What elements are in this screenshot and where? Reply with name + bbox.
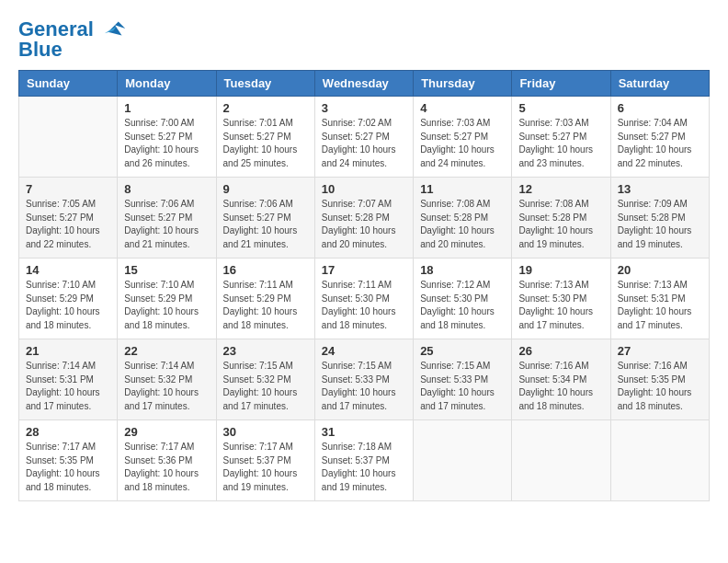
day-number: 31 — [322, 425, 406, 439]
weekday-header-sunday: Sunday — [19, 71, 118, 97]
logo-bird-icon — [101, 15, 129, 42]
day-number: 3 — [322, 101, 406, 115]
calendar-week-1: 1Sunrise: 7:00 AMSunset: 5:27 PMDaylight… — [19, 97, 710, 178]
day-number: 1 — [124, 101, 209, 115]
weekday-header-row: SundayMondayTuesdayWednesdayThursdayFrid… — [19, 71, 710, 97]
day-number: 15 — [124, 263, 209, 277]
day-info: Sunrise: 7:06 AMSunset: 5:27 PMDaylight:… — [124, 198, 209, 251]
calendar-cell — [512, 420, 610, 501]
day-info: Sunrise: 7:13 AMSunset: 5:31 PMDaylight:… — [618, 279, 702, 332]
day-info: Sunrise: 7:13 AMSunset: 5:30 PMDaylight:… — [518, 279, 603, 332]
page-header: General Blue — [18, 18, 710, 61]
calendar-cell: 29Sunrise: 7:17 AMSunset: 5:36 PMDayligh… — [118, 420, 216, 501]
calendar-cell: 19Sunrise: 7:13 AMSunset: 5:30 PMDayligh… — [512, 259, 610, 339]
day-number: 23 — [223, 344, 308, 358]
calendar-cell: 2Sunrise: 7:01 AMSunset: 5:27 PMDaylight… — [216, 97, 314, 178]
calendar-cell: 6Sunrise: 7:04 AMSunset: 5:27 PMDaylight… — [610, 97, 709, 178]
day-info: Sunrise: 7:18 AMSunset: 5:37 PMDaylight:… — [322, 441, 406, 494]
day-info: Sunrise: 7:11 AMSunset: 5:29 PMDaylight:… — [223, 279, 308, 332]
calendar-cell: 25Sunrise: 7:15 AMSunset: 5:33 PMDayligh… — [414, 339, 512, 420]
day-number: 20 — [618, 263, 702, 277]
day-info: Sunrise: 7:02 AMSunset: 5:27 PMDaylight:… — [322, 117, 406, 170]
day-info: Sunrise: 7:03 AMSunset: 5:27 PMDaylight:… — [420, 117, 505, 170]
calendar-cell: 3Sunrise: 7:02 AMSunset: 5:27 PMDaylight… — [314, 97, 413, 178]
calendar-week-5: 28Sunrise: 7:17 AMSunset: 5:35 PMDayligh… — [19, 420, 710, 501]
calendar-week-4: 21Sunrise: 7:14 AMSunset: 5:31 PMDayligh… — [19, 339, 710, 420]
calendar-cell: 7Sunrise: 7:05 AMSunset: 5:27 PMDaylight… — [19, 178, 118, 259]
day-info: Sunrise: 7:17 AMSunset: 5:37 PMDaylight:… — [223, 441, 308, 494]
day-info: Sunrise: 7:10 AMSunset: 5:29 PMDaylight:… — [124, 279, 209, 332]
calendar-cell: 17Sunrise: 7:11 AMSunset: 5:30 PMDayligh… — [314, 259, 413, 339]
day-number: 29 — [124, 425, 209, 439]
day-number: 13 — [618, 182, 702, 196]
calendar-cell: 22Sunrise: 7:14 AMSunset: 5:32 PMDayligh… — [118, 339, 216, 420]
day-info: Sunrise: 7:15 AMSunset: 5:33 PMDaylight:… — [322, 360, 406, 413]
calendar-cell: 23Sunrise: 7:15 AMSunset: 5:32 PMDayligh… — [216, 339, 314, 420]
day-info: Sunrise: 7:16 AMSunset: 5:34 PMDaylight:… — [518, 360, 603, 413]
calendar-cell — [610, 420, 709, 501]
day-number: 19 — [518, 263, 603, 277]
calendar-cell: 31Sunrise: 7:18 AMSunset: 5:37 PMDayligh… — [314, 420, 413, 501]
day-number: 2 — [223, 101, 308, 115]
weekday-header-tuesday: Tuesday — [216, 71, 314, 97]
day-number: 5 — [518, 101, 603, 115]
day-info: Sunrise: 7:11 AMSunset: 5:30 PMDaylight:… — [322, 279, 406, 332]
weekday-header-wednesday: Wednesday — [314, 71, 413, 97]
day-info: Sunrise: 7:15 AMSunset: 5:32 PMDaylight:… — [223, 360, 308, 413]
calendar-cell: 28Sunrise: 7:17 AMSunset: 5:35 PMDayligh… — [19, 420, 118, 501]
day-number: 26 — [518, 344, 603, 358]
calendar-cell: 26Sunrise: 7:16 AMSunset: 5:34 PMDayligh… — [512, 339, 610, 420]
day-info: Sunrise: 7:15 AMSunset: 5:33 PMDaylight:… — [420, 360, 505, 413]
day-info: Sunrise: 7:05 AMSunset: 5:27 PMDaylight:… — [26, 198, 110, 251]
svg-marker-0 — [108, 22, 126, 36]
day-number: 4 — [420, 101, 505, 115]
day-info: Sunrise: 7:14 AMSunset: 5:31 PMDaylight:… — [26, 360, 110, 413]
day-number: 18 — [420, 263, 505, 277]
calendar-cell: 27Sunrise: 7:16 AMSunset: 5:35 PMDayligh… — [610, 339, 709, 420]
calendar-cell: 4Sunrise: 7:03 AMSunset: 5:27 PMDaylight… — [414, 97, 512, 178]
logo: General Blue — [18, 18, 129, 61]
weekday-header-monday: Monday — [118, 71, 216, 97]
calendar-cell: 14Sunrise: 7:10 AMSunset: 5:29 PMDayligh… — [19, 259, 118, 339]
day-number: 14 — [26, 263, 110, 277]
day-number: 6 — [618, 101, 702, 115]
day-number: 21 — [26, 344, 110, 358]
calendar-week-2: 7Sunrise: 7:05 AMSunset: 5:27 PMDaylight… — [19, 178, 710, 259]
calendar-cell: 30Sunrise: 7:17 AMSunset: 5:37 PMDayligh… — [216, 420, 314, 501]
day-info: Sunrise: 7:00 AMSunset: 5:27 PMDaylight:… — [124, 117, 209, 170]
day-info: Sunrise: 7:17 AMSunset: 5:36 PMDaylight:… — [124, 441, 209, 494]
day-number: 28 — [26, 425, 110, 439]
day-number: 27 — [618, 344, 702, 358]
day-number: 8 — [124, 182, 209, 196]
weekday-header-friday: Friday — [512, 71, 610, 97]
day-info: Sunrise: 7:01 AMSunset: 5:27 PMDaylight:… — [223, 117, 308, 170]
day-number: 12 — [518, 182, 603, 196]
day-info: Sunrise: 7:04 AMSunset: 5:27 PMDaylight:… — [618, 117, 702, 170]
calendar-table: SundayMondayTuesdayWednesdayThursdayFrid… — [18, 70, 710, 501]
day-info: Sunrise: 7:03 AMSunset: 5:27 PMDaylight:… — [518, 117, 603, 170]
day-info: Sunrise: 7:14 AMSunset: 5:32 PMDaylight:… — [124, 360, 209, 413]
calendar-cell — [19, 97, 118, 178]
calendar-cell: 12Sunrise: 7:08 AMSunset: 5:28 PMDayligh… — [512, 178, 610, 259]
calendar-cell: 1Sunrise: 7:00 AMSunset: 5:27 PMDaylight… — [118, 97, 216, 178]
day-number: 22 — [124, 344, 209, 358]
day-number: 17 — [322, 263, 406, 277]
calendar-cell: 20Sunrise: 7:13 AMSunset: 5:31 PMDayligh… — [610, 259, 709, 339]
calendar-cell: 16Sunrise: 7:11 AMSunset: 5:29 PMDayligh… — [216, 259, 314, 339]
day-info: Sunrise: 7:08 AMSunset: 5:28 PMDaylight:… — [518, 198, 603, 251]
day-info: Sunrise: 7:10 AMSunset: 5:29 PMDaylight:… — [26, 279, 110, 332]
day-number: 11 — [420, 182, 505, 196]
day-number: 9 — [223, 182, 308, 196]
day-info: Sunrise: 7:06 AMSunset: 5:27 PMDaylight:… — [223, 198, 308, 251]
calendar-cell: 10Sunrise: 7:07 AMSunset: 5:28 PMDayligh… — [314, 178, 413, 259]
calendar-cell: 9Sunrise: 7:06 AMSunset: 5:27 PMDaylight… — [216, 178, 314, 259]
calendar-cell: 11Sunrise: 7:08 AMSunset: 5:28 PMDayligh… — [414, 178, 512, 259]
day-info: Sunrise: 7:17 AMSunset: 5:35 PMDaylight:… — [26, 441, 110, 494]
calendar-cell: 15Sunrise: 7:10 AMSunset: 5:29 PMDayligh… — [118, 259, 216, 339]
day-info: Sunrise: 7:16 AMSunset: 5:35 PMDaylight:… — [618, 360, 702, 413]
calendar-cell: 18Sunrise: 7:12 AMSunset: 5:30 PMDayligh… — [414, 259, 512, 339]
day-info: Sunrise: 7:12 AMSunset: 5:30 PMDaylight:… — [420, 279, 505, 332]
day-number: 24 — [322, 344, 406, 358]
day-number: 25 — [420, 344, 505, 358]
weekday-header-thursday: Thursday — [414, 71, 512, 97]
